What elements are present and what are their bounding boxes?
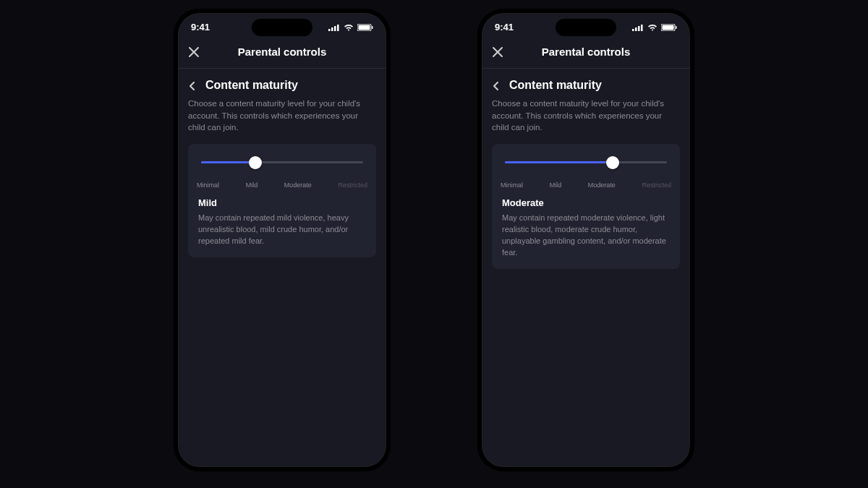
- selected-level-desc: May contain repeated mild violence, heav…: [198, 213, 366, 247]
- slider-thumb[interactable]: [606, 156, 619, 169]
- maturity-card: Minimal Mild Moderate Restricted Mild Ma…: [188, 144, 376, 257]
- slider-labels: Minimal Mild Moderate Restricted: [501, 181, 671, 189]
- nav-title: Parental controls: [188, 46, 376, 58]
- wifi-icon: [647, 24, 658, 31]
- maturity-slider[interactable]: [505, 155, 667, 177]
- svg-rect-3: [337, 25, 339, 31]
- section-description: Choose a content maturity level for your…: [188, 98, 376, 134]
- slider-thumb[interactable]: [249, 156, 262, 169]
- maturity-slider[interactable]: [201, 155, 363, 177]
- svg-rect-8: [635, 27, 637, 31]
- svg-rect-12: [663, 25, 674, 30]
- svg-rect-5: [359, 25, 370, 30]
- selected-level-name: Moderate: [502, 197, 670, 208]
- status-time: 9:41: [191, 22, 210, 33]
- tick-restricted: Restricted: [642, 181, 671, 189]
- signal-icon: [328, 24, 340, 31]
- battery-icon: [357, 24, 373, 31]
- svg-rect-2: [334, 26, 336, 31]
- phone-frame: 9:41 Parental controls Content maturity …: [477, 9, 694, 471]
- nav-title: Parental controls: [492, 46, 680, 58]
- section-title: Content maturity: [205, 79, 298, 92]
- status-indicators: [328, 24, 373, 31]
- selected-level-desc: May contain repeated moderate violence, …: [502, 213, 670, 259]
- notch: [556, 19, 616, 36]
- svg-rect-6: [372, 26, 373, 29]
- section-description: Choose a content maturity level for your…: [492, 98, 680, 134]
- content-area: Content maturity Choose a content maturi…: [178, 69, 386, 257]
- back-icon[interactable]: [188, 80, 198, 90]
- notch: [252, 19, 312, 36]
- slider-track-fill: [201, 161, 255, 163]
- svg-rect-10: [641, 25, 643, 31]
- tick-moderate: Moderate: [588, 181, 616, 189]
- phone-frame: 9:41 Parental controls Content maturity …: [174, 9, 391, 471]
- status-time: 9:41: [495, 22, 514, 33]
- slider-labels: Minimal Mild Moderate Restricted: [197, 181, 367, 189]
- tick-minimal: Minimal: [197, 181, 219, 189]
- content-area: Content maturity Choose a content maturi…: [482, 69, 690, 269]
- nav-bar: Parental controls: [178, 35, 386, 69]
- svg-rect-0: [328, 29, 331, 31]
- svg-rect-1: [331, 27, 333, 31]
- slider-track-fill: [505, 161, 613, 163]
- battery-icon: [661, 24, 677, 31]
- signal-icon: [632, 24, 644, 31]
- maturity-card: Minimal Mild Moderate Restricted Moderat…: [492, 144, 680, 269]
- svg-rect-9: [638, 26, 640, 31]
- tick-mild: Mild: [246, 181, 258, 189]
- tick-mild: Mild: [550, 181, 562, 189]
- section-header: Content maturity: [188, 79, 376, 92]
- wifi-icon: [344, 24, 354, 31]
- section-header: Content maturity: [492, 79, 680, 92]
- tick-restricted: Restricted: [338, 181, 367, 189]
- selected-level-name: Mild: [198, 197, 366, 208]
- section-title: Content maturity: [509, 79, 602, 92]
- svg-rect-7: [632, 29, 634, 31]
- nav-bar: Parental controls: [482, 35, 690, 69]
- tick-moderate: Moderate: [284, 181, 312, 189]
- svg-rect-13: [676, 26, 677, 29]
- back-icon[interactable]: [492, 80, 502, 90]
- tick-minimal: Minimal: [501, 181, 523, 189]
- status-indicators: [632, 24, 677, 31]
